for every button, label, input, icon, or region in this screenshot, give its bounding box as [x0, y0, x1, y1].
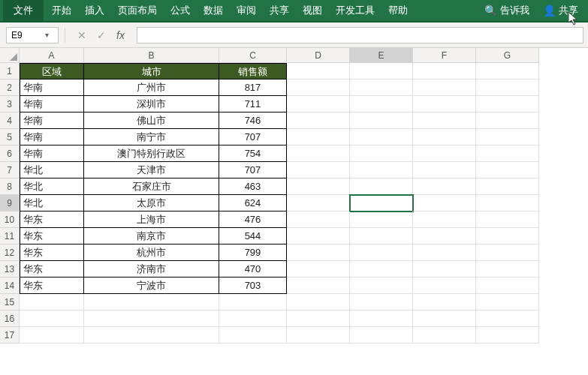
cell-B8[interactable]: 石家庄市 [84, 178, 219, 195]
ribbon-tab-7[interactable]: 视图 [296, 0, 329, 21]
cell-D8[interactable] [287, 178, 350, 195]
cell-D11[interactable] [287, 228, 350, 244]
ribbon-tab-0[interactable]: 开始 [45, 0, 78, 21]
cell-B12[interactable]: 杭州市 [84, 244, 219, 261]
cell-E10[interactable] [350, 212, 413, 228]
cell-E17[interactable] [350, 327, 413, 344]
cell-G7[interactable] [476, 162, 539, 178]
cell-G13[interactable] [476, 261, 539, 278]
fx-icon[interactable]: fx [116, 29, 125, 41]
cell-D10[interactable] [287, 212, 350, 228]
cell-G8[interactable] [476, 178, 539, 195]
ribbon-tellme[interactable]: 🔍 告诉我 [478, 0, 536, 21]
cell-C16[interactable] [219, 310, 287, 327]
cell-B14[interactable]: 宁波市 [84, 278, 219, 294]
cell-A16[interactable] [20, 310, 84, 327]
col-header-C[interactable]: C [219, 48, 287, 63]
cell-F8[interactable] [413, 178, 476, 195]
cell-B16[interactable] [84, 310, 219, 327]
cell-C10[interactable]: 476 [219, 212, 287, 228]
cell-F16[interactable] [413, 310, 476, 327]
cell-G2[interactable] [476, 80, 539, 96]
cell-F15[interactable] [413, 294, 476, 310]
cell-C12[interactable]: 799 [219, 244, 287, 261]
cell-G1[interactable] [476, 63, 539, 80]
cell-C4[interactable]: 746 [219, 112, 287, 129]
cell-C14[interactable]: 703 [219, 278, 287, 294]
col-header-D[interactable]: D [287, 48, 350, 63]
cell-F4[interactable] [413, 112, 476, 129]
cell-C5[interactable]: 707 [219, 129, 287, 146]
cell-D5[interactable] [287, 129, 350, 146]
cell-F9[interactable] [413, 195, 476, 212]
cell-G4[interactable] [476, 112, 539, 129]
ribbon-tab-5[interactable]: 审阅 [230, 0, 263, 21]
cell-B11[interactable]: 南京市 [84, 228, 219, 244]
name-box-dropdown-icon[interactable]: ▾ [40, 31, 53, 39]
row-header-3[interactable]: 3 [0, 96, 20, 112]
cell-E14[interactable] [350, 278, 413, 294]
cell-E6[interactable] [350, 146, 413, 162]
cell-D1[interactable] [287, 63, 350, 80]
cell-B1[interactable]: 城市 [84, 63, 219, 80]
cell-C3[interactable]: 711 [219, 96, 287, 112]
cell-C17[interactable] [219, 327, 287, 344]
cell-E1[interactable] [350, 63, 413, 80]
cell-B5[interactable]: 南宁市 [84, 129, 219, 146]
row-header-2[interactable]: 2 [0, 80, 20, 96]
cell-D9[interactable] [287, 195, 350, 212]
cell-A2[interactable]: 华南 [20, 80, 84, 96]
ribbon-share[interactable]: 👤 共享 [536, 0, 585, 21]
cell-F5[interactable] [413, 129, 476, 146]
cell-G3[interactable] [476, 96, 539, 112]
cell-E9[interactable] [350, 195, 413, 212]
cell-F1[interactable] [413, 63, 476, 80]
cell-E4[interactable] [350, 112, 413, 129]
cell-A4[interactable]: 华南 [20, 112, 84, 129]
cell-B10[interactable]: 上海市 [84, 212, 219, 228]
ribbon-tab-2[interactable]: 页面布局 [111, 0, 164, 21]
cell-D12[interactable] [287, 244, 350, 261]
enter-icon[interactable]: ✓ [97, 29, 106, 41]
cell-A8[interactable]: 华北 [20, 178, 84, 195]
cell-B4[interactable]: 佛山市 [84, 112, 219, 129]
cell-F13[interactable] [413, 261, 476, 278]
row-header-15[interactable]: 15 [0, 294, 20, 310]
cell-D16[interactable] [287, 310, 350, 327]
cell-G14[interactable] [476, 278, 539, 294]
cell-G15[interactable] [476, 294, 539, 310]
cell-G6[interactable] [476, 146, 539, 162]
cell-E8[interactable] [350, 178, 413, 195]
cell-G17[interactable] [476, 327, 539, 344]
cell-B3[interactable]: 深圳市 [84, 96, 219, 112]
row-header-11[interactable]: 11 [0, 228, 20, 244]
cell-F17[interactable] [413, 327, 476, 344]
cell-D6[interactable] [287, 146, 350, 162]
row-header-14[interactable]: 14 [0, 278, 20, 294]
cell-B17[interactable] [84, 327, 219, 344]
col-header-F[interactable]: F [413, 48, 476, 63]
cell-C8[interactable]: 463 [219, 178, 287, 195]
cell-C2[interactable]: 817 [219, 80, 287, 96]
cell-A7[interactable]: 华北 [20, 162, 84, 178]
cell-D3[interactable] [287, 96, 350, 112]
cell-C1[interactable]: 销售额 [219, 63, 287, 80]
ribbon-tab-8[interactable]: 开发工具 [329, 0, 381, 21]
row-header-5[interactable]: 5 [0, 129, 20, 146]
cell-F11[interactable] [413, 228, 476, 244]
cell-C13[interactable]: 470 [219, 261, 287, 278]
cancel-icon[interactable]: ✕ [77, 29, 86, 41]
ribbon-tab-3[interactable]: 公式 [164, 0, 197, 21]
cell-F7[interactable] [413, 162, 476, 178]
cell-A1[interactable]: 区域 [20, 63, 84, 80]
cell-E11[interactable] [350, 228, 413, 244]
cell-F14[interactable] [413, 278, 476, 294]
row-header-17[interactable]: 17 [0, 327, 20, 344]
cell-C9[interactable]: 624 [219, 195, 287, 212]
cell-C7[interactable]: 707 [219, 162, 287, 178]
cell-B2[interactable]: 广州市 [84, 80, 219, 96]
cell-G12[interactable] [476, 244, 539, 261]
cell-E2[interactable] [350, 80, 413, 96]
row-header-12[interactable]: 12 [0, 244, 20, 261]
cell-A15[interactable] [20, 294, 84, 310]
